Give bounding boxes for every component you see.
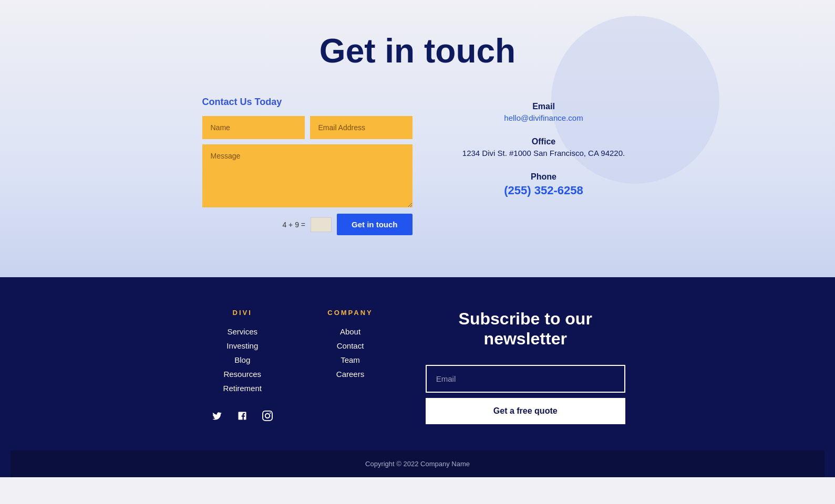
message-input[interactable] (202, 144, 413, 207)
newsletter-title: Subscribe to our newsletter (426, 309, 625, 349)
twitter-icon[interactable] (210, 408, 224, 423)
footer-company-col: COMPANY About Contact Team Careers (327, 309, 373, 424)
facebook-icon[interactable] (235, 408, 250, 423)
footer-divi-col: DIVI Services Investing Blog Resources R… (210, 309, 275, 424)
footer-link-careers[interactable]: Careers (327, 370, 373, 379)
divi-col-title: DIVI (210, 309, 275, 317)
email-input[interactable] (310, 116, 413, 139)
office-info-block: Office 1234 Divi St. #1000 San Francisco… (455, 137, 633, 158)
footer-link-blog[interactable]: Blog (210, 355, 275, 364)
footer-inner: DIVI Services Investing Blog Resources R… (129, 309, 707, 450)
newsletter-email-input[interactable] (426, 365, 625, 393)
top-section: Get in touch Contact Us Today 4 + 9 = Ge… (0, 0, 835, 277)
phone-label: Phone (455, 172, 633, 182)
company-col-title: COMPANY (327, 309, 373, 317)
captcha-row: 4 + 9 = Get in touch (202, 214, 413, 235)
office-label: Office (455, 137, 633, 146)
get-free-quote-button[interactable]: Get a free quote (426, 398, 625, 424)
phone-info-block: Phone (255) 352-6258 (455, 172, 633, 197)
footer-link-investing[interactable]: Investing (210, 341, 275, 350)
office-value: 1234 Divi St. #1000 San Francisco, CA 94… (455, 149, 633, 158)
footer-section: DIVI Services Investing Blog Resources R… (0, 277, 835, 477)
footer-link-services[interactable]: Services (210, 327, 275, 336)
email-info-block: Email hello@divifinance.com (455, 102, 633, 122)
email-value[interactable]: hello@divifinance.com (455, 113, 633, 122)
captcha-box[interactable] (311, 217, 332, 232)
submit-button[interactable]: Get in touch (337, 214, 413, 235)
form-row-name-email (202, 116, 413, 139)
newsletter-col: Subscribe to our newsletter Get a free q… (426, 309, 625, 424)
footer-link-contact[interactable]: Contact (327, 341, 373, 350)
footer-link-resources[interactable]: Resources (210, 370, 275, 379)
footer-link-retirement[interactable]: Retirement (210, 384, 275, 393)
phone-value[interactable]: (255) 352-6258 (455, 184, 633, 197)
page-title: Get in touch (11, 32, 824, 70)
form-section-title: Contact Us Today (202, 97, 413, 108)
name-input[interactable] (202, 116, 305, 139)
footer-bottom: Copyright © 2022 Company Name (11, 450, 824, 477)
footer-link-team[interactable]: Team (327, 355, 373, 364)
social-icons (210, 408, 275, 423)
footer-link-about[interactable]: About (327, 327, 373, 336)
instagram-icon[interactable] (260, 408, 275, 423)
copyright-text: Copyright © 2022 Company Name (365, 460, 470, 468)
contact-info-area: Email hello@divifinance.com Office 1234 … (455, 97, 633, 212)
contact-layout: Contact Us Today 4 + 9 = Get in touch Em… (129, 97, 707, 235)
captcha-label: 4 + 9 = (282, 220, 305, 229)
contact-form-area: Contact Us Today 4 + 9 = Get in touch (202, 97, 413, 235)
email-label: Email (455, 102, 633, 111)
